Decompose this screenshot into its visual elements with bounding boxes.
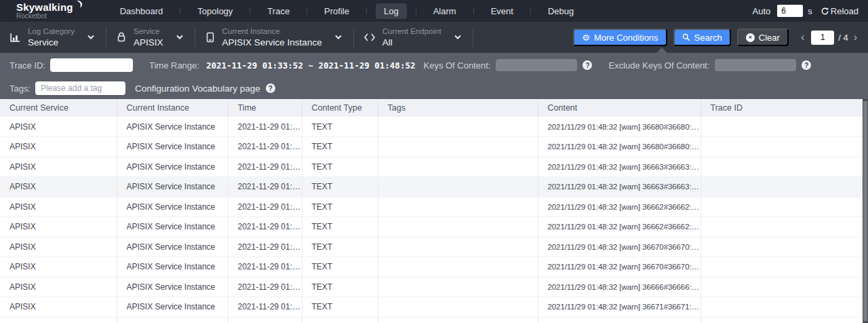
- column-header: Content Type: [302, 99, 378, 117]
- cell-content-type: TEXT: [302, 217, 378, 238]
- auto-interval-input[interactable]: [777, 5, 803, 17]
- cell-time: 2021-11-29 01:48:52: [228, 257, 302, 278]
- selector-current-instance[interactable]: Current InstanceAPISIX Service Instance: [205, 28, 352, 47]
- page-prev-icon[interactable]: ‹: [798, 32, 807, 43]
- selector-value: APISIX Service Instance: [222, 38, 322, 48]
- endpoint-icon: [363, 33, 376, 42]
- reload-icon[interactable]: [821, 7, 829, 16]
- cell-time: [228, 317, 302, 323]
- log-table-row[interactable]: APISIXAPISIX Service Instance2021-11-29 …: [0, 297, 863, 318]
- tab-debug[interactable]: Debug: [540, 3, 582, 19]
- selector-divider: [353, 28, 354, 47]
- selector-service[interactable]: ServiceAPISIX: [116, 28, 193, 47]
- cell-current-service: APISIX: [0, 137, 117, 157]
- cell-current-service: APISIX: [0, 197, 117, 217]
- log-table-row[interactable]: APISIXAPISIX Service Instance2021-11-29 …: [0, 197, 863, 217]
- log-table-row[interactable]: APISIXAPISIX Service Instance2021-11-29 …: [0, 137, 863, 157]
- selector-current-endpoint[interactable]: Current EndpointAll: [363, 28, 471, 47]
- cell-current-service: APISIX: [0, 177, 117, 197]
- selector-value: Service: [28, 38, 75, 48]
- cell-current-service: APISIX: [0, 217, 117, 238]
- cell-tags: [378, 237, 538, 257]
- cell-content: 2021/11/29 01:48:32 [warn] 36680#36680: …: [538, 117, 701, 137]
- cell-tags: [378, 117, 538, 137]
- nav-separator: [250, 8, 250, 14]
- log-table-row[interactable]: APISIXAPISIX Service Instance2021-11-29 …: [0, 237, 863, 257]
- nav-separator: [473, 8, 474, 14]
- cell-trace-id: [701, 257, 863, 278]
- column-header: Current Instance: [117, 99, 228, 117]
- cell-tags: [378, 137, 538, 157]
- vocabulary-page-link[interactable]: Configuration Vocabulary page: [135, 83, 260, 94]
- cell-content-type: TEXT: [302, 197, 378, 217]
- exclude-keys-label: Exclude Keys Of Content:: [608, 60, 709, 71]
- exclude-keys-help-icon[interactable]: ?: [802, 60, 811, 70]
- bar-chart-icon: [9, 32, 21, 43]
- cell-content-type: TEXT: [302, 297, 378, 318]
- log-table-row[interactable]: [0, 317, 863, 323]
- column-header: Tags: [378, 99, 538, 117]
- cell-current-service: APISIX: [0, 297, 117, 318]
- cell-current-instance: APISIX Service Instance: [117, 117, 228, 137]
- log-table-row[interactable]: APISIXAPISIX Service Instance2021-11-29 …: [0, 277, 863, 297]
- cell-content: [538, 317, 701, 323]
- column-header: Current Service: [0, 99, 117, 117]
- cell-current-service: APISIX: [0, 237, 117, 257]
- time-range-value[interactable]: 2021-11-29 01:33:52 ~ 2021-11-29 01:48:5…: [206, 60, 416, 71]
- logo-subtitle: Rocketbot: [16, 13, 83, 20]
- tab-event[interactable]: Event: [483, 3, 521, 19]
- cell-content: 2021/11/29 01:48:32 [warn] 36663#36663: …: [538, 157, 701, 177]
- log-table: Current ServiceCurrent InstanceTimeConte…: [0, 99, 863, 323]
- tab-alarm[interactable]: Alarm: [425, 3, 465, 19]
- table-scrollbar[interactable]: [863, 99, 868, 323]
- page-number-input[interactable]: [811, 31, 834, 45]
- keys-help-icon[interactable]: ?: [583, 60, 592, 70]
- more-conditions-button[interactable]: ⚙ More Conditions: [573, 28, 667, 46]
- tab-profile[interactable]: Profile: [316, 3, 357, 19]
- page-next-icon[interactable]: ›: [851, 32, 860, 43]
- cell-content: 2021/11/29 01:48:32 [warn] 36670#36670: …: [538, 257, 701, 278]
- auto-label: Auto: [753, 6, 771, 16]
- log-table-row[interactable]: APISIXAPISIX Service Instance2021-11-29 …: [0, 217, 863, 238]
- reload-button[interactable]: Reload: [831, 6, 859, 16]
- cell-content-type: [302, 317, 378, 323]
- cell-trace-id: [701, 277, 863, 297]
- log-table-container: Current ServiceCurrent InstanceTimeConte…: [0, 99, 868, 323]
- search-button[interactable]: Search: [673, 28, 731, 46]
- tab-dashboard[interactable]: Dashboard: [112, 3, 172, 19]
- log-table-row[interactable]: APISIXAPISIX Service Instance2021-11-29 …: [0, 157, 863, 177]
- cell-current-instance: [117, 317, 228, 323]
- clear-button[interactable]: × Clear: [737, 28, 789, 46]
- log-table-row[interactable]: APISIXAPISIX Service Instance2021-11-29 …: [0, 117, 863, 137]
- cell-trace-id: [701, 237, 863, 257]
- clear-label: Clear: [759, 33, 780, 43]
- cell-time: 2021-11-29 01:48:52: [228, 137, 302, 157]
- vocabulary-help-icon[interactable]: ?: [266, 83, 275, 93]
- tags-input[interactable]: [35, 81, 125, 95]
- chevron-down-icon: [334, 35, 342, 40]
- keys-of-content-input[interactable]: [496, 59, 577, 71]
- selector-divider: [106, 28, 106, 47]
- search-icon: [682, 33, 690, 41]
- cell-current-instance: APISIX Service Instance: [117, 237, 228, 257]
- log-table-row[interactable]: APISIXAPISIX Service Instance2021-11-29 …: [0, 177, 863, 197]
- exclude-keys-input[interactable]: [715, 59, 796, 71]
- nav-separator: [366, 8, 367, 14]
- cell-current-instance: APISIX Service Instance: [117, 197, 228, 217]
- cell-content-type: TEXT: [302, 137, 378, 157]
- column-header: Time: [228, 99, 302, 117]
- tab-trace[interactable]: Trace: [259, 3, 298, 19]
- tab-log[interactable]: Log: [376, 3, 407, 19]
- lock-icon: [116, 32, 127, 43]
- cell-tags: [378, 317, 538, 323]
- time-range-label: Time Range:: [149, 60, 199, 71]
- trace-id-input[interactable]: [50, 58, 133, 72]
- scrollbar-thumb[interactable]: [863, 101, 867, 321]
- cell-content: 2021/11/29 01:48:32 [warn] 36671#36671: …: [538, 297, 701, 318]
- selector-divider: [473, 28, 473, 47]
- tab-topology[interactable]: Topology: [189, 3, 241, 19]
- cell-time: 2021-11-29 01:48:52: [228, 297, 302, 318]
- log-table-row[interactable]: APISIXAPISIX Service Instance2021-11-29 …: [0, 257, 863, 278]
- selector-log-category[interactable]: Log CategoryService: [9, 28, 104, 47]
- cell-trace-id: [701, 177, 863, 197]
